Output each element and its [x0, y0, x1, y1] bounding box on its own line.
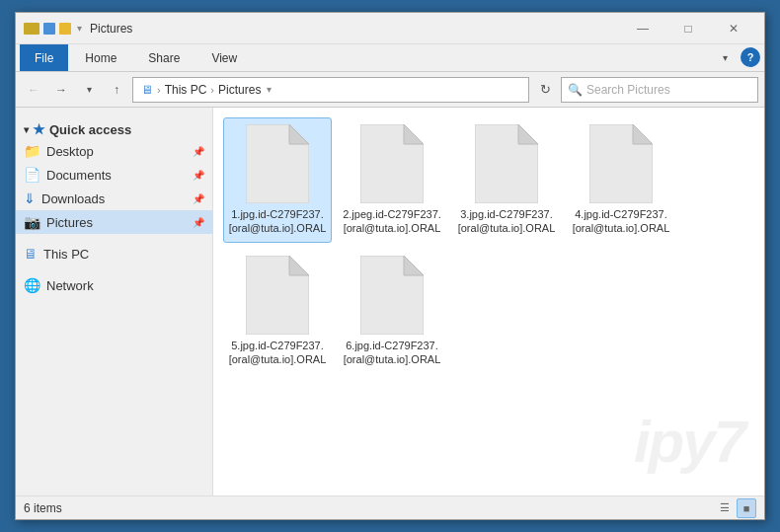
sidebar-item-desktop[interactable]: 📁 Desktop 📌	[16, 139, 212, 163]
downloads-pin-icon: 📌	[193, 193, 204, 204]
network-icon: 🌐	[24, 277, 40, 293]
file-icon-6	[360, 256, 424, 335]
window-title: Pictures	[90, 22, 620, 36]
file-item[interactable]: 3.jpg.id-C279F237.[oral@tuta.io].ORAL	[452, 117, 561, 243]
title-icon-1	[24, 23, 39, 35]
svg-marker-11	[404, 256, 424, 275]
title-bar-icons: ▾	[24, 23, 82, 35]
quick-access-star-icon: ★	[33, 121, 45, 137]
sidebar-item-network[interactable]: 🌐 Network	[16, 273, 212, 297]
address-bar: ← → ▾ ↑ 🖥 › This PC › Pictures ▾ ↻ 🔍 Sea…	[16, 72, 764, 108]
path-chevron: ▾	[267, 84, 272, 95]
file-item[interactable]: 6.jpg.id-C279F237.[oral@tuta.io].ORAL	[338, 249, 446, 374]
search-bar[interactable]: 🔍 Search Pictures	[561, 77, 758, 103]
desktop-pin-icon: 📌	[193, 146, 204, 157]
tab-view[interactable]: View	[196, 44, 252, 71]
back-button[interactable]: ←	[22, 78, 45, 102]
this-pc-icon: 🖥	[24, 246, 38, 262]
sidebar: ▾ ★ Quick access 📁 Desktop 📌 📄 Documents…	[16, 108, 213, 495]
file-area: ipy7 1.jpg.id-C279F237.[oral@tuta.io].OR…	[213, 108, 764, 495]
sidebar-network-label: Network	[46, 278, 94, 293]
watermark: ipy7	[634, 408, 744, 476]
file-label-1: 1.jpg.id-C279F237.[oral@tuta.io].ORAL	[228, 207, 327, 236]
forward-button[interactable]: →	[49, 78, 73, 102]
file-label-5: 5.jpg.id-C279F237.[oral@tuta.io].ORAL	[228, 339, 327, 367]
ribbon-tabs: File Home Share View ▾ ?	[16, 44, 764, 71]
file-item[interactable]: 2.jpeg.id-C279F237.[oral@tuta.io].ORAL	[338, 117, 446, 243]
path-sep-2: ›	[210, 84, 214, 96]
close-button[interactable]: ✕	[711, 13, 756, 44]
tab-file[interactable]: File	[20, 44, 68, 71]
file-item[interactable]: 5.jpg.id-C279F237.[oral@tuta.io].ORAL	[223, 249, 332, 374]
maximize-button[interactable]: □	[665, 13, 711, 44]
documents-folder-icon: 📄	[24, 167, 40, 183]
svg-marker-7	[633, 124, 653, 144]
quick-access-chevron: ▾	[24, 124, 29, 135]
svg-marker-1	[289, 124, 309, 144]
title-icon-2	[43, 23, 55, 35]
refresh-button[interactable]: ↻	[533, 78, 557, 102]
minimize-button[interactable]: —	[620, 13, 665, 44]
sidebar-item-documents[interactable]: 📄 Documents 📌	[16, 163, 212, 187]
tab-share[interactable]: Share	[133, 44, 195, 71]
up-button[interactable]: ↑	[105, 78, 128, 102]
sidebar-desktop-label: Desktop	[46, 144, 94, 159]
downloads-folder-icon: ⇓	[24, 190, 36, 206]
sidebar-this-pc-label: This PC	[43, 247, 89, 262]
path-computer-icon: 🖥	[141, 83, 153, 97]
sidebar-item-this-pc[interactable]: 🖥 This PC	[16, 242, 212, 266]
path-bar[interactable]: 🖥 › This PC › Pictures ▾	[132, 77, 529, 103]
file-label-6: 6.jpg.id-C279F237.[oral@tuta.io].ORAL	[343, 339, 441, 367]
svg-marker-5	[518, 124, 538, 144]
ribbon: File Home Share View ▾ ?	[16, 44, 764, 72]
file-icon-3	[475, 124, 538, 203]
expand-ribbon-btn[interactable]: ▾	[713, 45, 737, 69]
view-list-btn[interactable]: ☰	[715, 498, 735, 518]
quick-access-label: Quick access	[49, 122, 131, 137]
file-icon-5	[246, 256, 309, 335]
file-label-4: 4.jpg.id-C279F237.[oral@tuta.io].ORAL	[572, 207, 670, 236]
status-bar: 6 items ☰ ■	[16, 495, 764, 519]
help-btn[interactable]: ?	[741, 47, 760, 67]
pictures-folder-icon: 📷	[24, 214, 40, 230]
title-icon-3	[59, 23, 71, 35]
title-dropdown-icon[interactable]: ▾	[77, 23, 82, 34]
title-bar: ▾ Pictures — □ ✕	[16, 13, 764, 44]
file-label-3: 3.jpg.id-C279F237.[oral@tuta.io].ORAL	[457, 207, 556, 236]
search-placeholder: Search Pictures	[586, 83, 670, 97]
svg-marker-9	[289, 256, 309, 275]
item-count: 6 items	[24, 501, 62, 515]
file-explorer-window: ▾ Pictures — □ ✕ File Home Share View ▾ …	[15, 12, 765, 520]
view-grid-btn[interactable]: ■	[737, 498, 756, 518]
file-icon-1	[246, 124, 309, 203]
sidebar-item-downloads[interactable]: ⇓ Downloads 📌	[16, 187, 212, 210]
main-area: ▾ ★ Quick access 📁 Desktop 📌 📄 Documents…	[16, 108, 764, 495]
path-this-pc: This PC	[165, 83, 207, 97]
sidebar-spacer2	[16, 266, 212, 273]
sidebar-downloads-label: Downloads	[41, 191, 105, 206]
sidebar-documents-label: Documents	[46, 168, 112, 183]
file-item[interactable]: 1.jpg.id-C279F237.[oral@tuta.io].ORAL	[223, 117, 332, 243]
sidebar-pictures-label: Pictures	[46, 215, 93, 230]
view-buttons: ☰ ■	[715, 498, 756, 518]
tab-home[interactable]: Home	[70, 44, 131, 71]
desktop-folder-icon: 📁	[24, 143, 40, 159]
documents-pin-icon: 📌	[193, 170, 204, 181]
path-sep-1: ›	[157, 84, 161, 96]
sidebar-spacer	[16, 234, 212, 242]
pictures-pin-icon: 📌	[193, 217, 204, 228]
recent-locations-btn[interactable]: ▾	[77, 78, 101, 102]
file-icon-4	[589, 124, 653, 203]
search-icon: 🔍	[568, 83, 583, 97]
file-item[interactable]: 4.jpg.id-C279F237.[oral@tuta.io].ORAL	[567, 117, 675, 243]
sidebar-quick-access[interactable]: ▾ ★ Quick access	[16, 115, 212, 139]
window-controls: — □ ✕	[620, 13, 756, 44]
svg-marker-3	[404, 124, 424, 144]
file-label-2: 2.jpeg.id-C279F237.[oral@tuta.io].ORAL	[343, 207, 441, 236]
file-icon-2	[360, 124, 424, 203]
path-pictures: Pictures	[218, 83, 261, 97]
sidebar-item-pictures[interactable]: 📷 Pictures 📌	[16, 210, 212, 234]
